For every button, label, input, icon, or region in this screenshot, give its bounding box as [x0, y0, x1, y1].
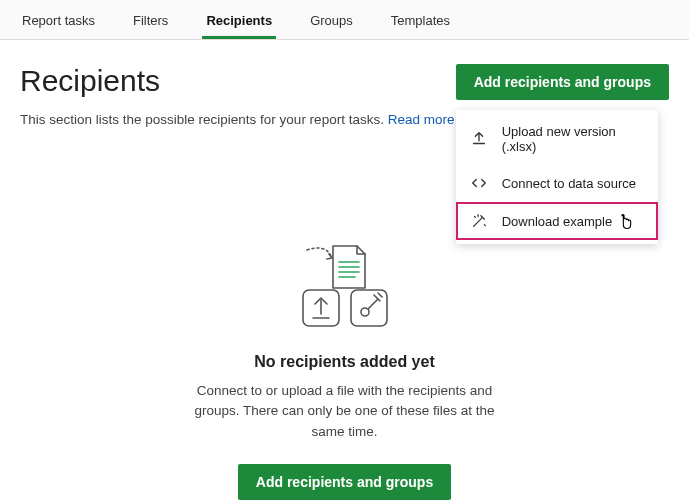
subtitle-text: This section lists the possible recipien… [20, 112, 384, 127]
tab-templates[interactable]: Templates [387, 4, 454, 39]
dropdown-item-label: Download example [502, 214, 613, 229]
wand-icon [470, 212, 488, 230]
add-recipients-dropdown: Upload new version (.xlsx) Connect to da… [456, 110, 658, 244]
pointer-cursor-icon [616, 212, 638, 234]
tab-bar: Report tasks Filters Recipients Groups T… [0, 0, 689, 40]
empty-state: No recipients added yet Connect to or up… [0, 240, 689, 500]
dropdown-item-label: Connect to data source [502, 176, 636, 191]
dropdown-item-upload[interactable]: Upload new version (.xlsx) [456, 114, 658, 164]
tab-recipients[interactable]: Recipients [202, 4, 276, 39]
code-icon [470, 174, 488, 192]
empty-state-title: No recipients added yet [0, 353, 689, 371]
empty-state-text: Connect to or upload a file with the rec… [180, 381, 510, 442]
empty-state-illustration [0, 240, 689, 335]
tab-groups[interactable]: Groups [306, 4, 357, 39]
tab-filters[interactable]: Filters [129, 4, 172, 39]
dropdown-item-label: Upload new version (.xlsx) [502, 124, 644, 154]
add-recipients-button-empty[interactable]: Add recipients and groups [238, 464, 451, 500]
dropdown-item-download-example[interactable]: Download example [456, 202, 658, 240]
add-recipients-button[interactable]: Add recipients and groups [456, 64, 669, 100]
dropdown-item-connect[interactable]: Connect to data source [456, 164, 658, 202]
tab-report-tasks[interactable]: Report tasks [18, 4, 99, 39]
upload-icon [470, 130, 488, 148]
read-more-label: Read more [388, 112, 455, 127]
